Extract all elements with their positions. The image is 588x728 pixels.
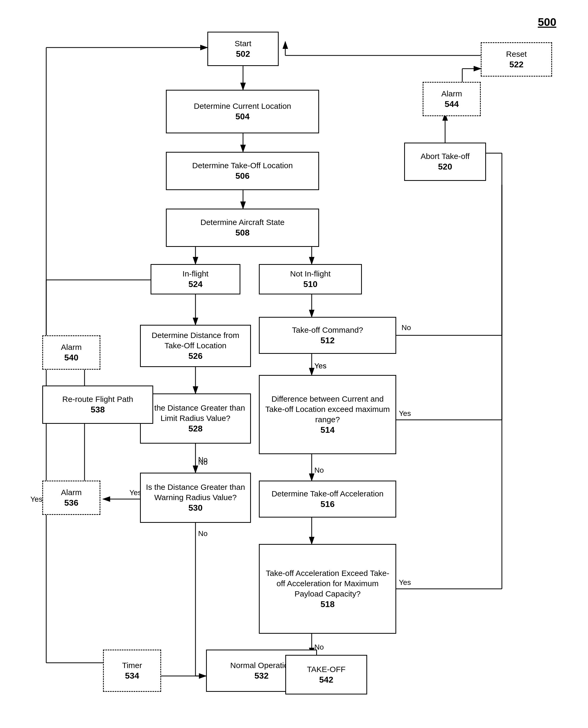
- dgw-id: 530: [188, 502, 202, 514]
- svg-text:Yes: Yes: [314, 362, 327, 370]
- takeoff-label: TAKE-OFF: [307, 664, 345, 675]
- determine-aircraft-state-box: Determine Aircraft State 508: [166, 209, 319, 247]
- dd-id: 526: [188, 351, 202, 362]
- not-inflight-box: Not In-flight 510: [259, 264, 362, 295]
- dtl-id: 506: [235, 171, 249, 182]
- at-label: Abort Take-off: [421, 151, 470, 161]
- determine-current-location-box: Determine Current Location 504: [166, 90, 319, 133]
- alarm540-id: 540: [64, 352, 78, 363]
- reset-box: Reset 522: [481, 42, 552, 77]
- timer-label: Timer: [122, 660, 142, 670]
- svg-text:No: No: [198, 455, 208, 464]
- alarm540-label: Alarm: [61, 342, 82, 352]
- dta-label: Determine Take-off Acceleration: [272, 489, 383, 499]
- alarm-536-box: Alarm 536: [42, 480, 100, 515]
- svg-text:No: No: [401, 323, 411, 331]
- dgw-label: Is the Distance Greater than Warning Rad…: [145, 482, 247, 502]
- determine-distance-box: Determine Distance from Take-Off Locatio…: [140, 325, 251, 367]
- svg-text:No: No: [198, 458, 208, 466]
- das-label: Determine Aircraft State: [201, 217, 285, 227]
- nif-id: 510: [303, 279, 317, 290]
- tc-id: 512: [320, 335, 334, 346]
- distance-greater-limit-box: Is the Distance Greater than Limit Radiu…: [140, 393, 251, 444]
- timer-box: Timer 534: [103, 649, 161, 692]
- reroute-id: 538: [90, 404, 105, 415]
- reroute-label: Re-route Flight Path: [62, 394, 133, 404]
- no-id: 532: [254, 670, 268, 682]
- takeoff-command-box: Take-off Command? 512: [259, 317, 396, 354]
- dl-label: Difference between Current and Take-off …: [264, 394, 392, 425]
- alarm536-id: 536: [64, 497, 78, 509]
- svg-text:No: No: [314, 466, 324, 474]
- takeoff-box: TAKE-OFF 542: [285, 655, 367, 694]
- takeoff-id: 542: [319, 675, 333, 685]
- svg-text:Yes: Yes: [30, 495, 43, 503]
- svg-text:Yes: Yes: [314, 362, 327, 370]
- alarm544-id: 544: [445, 99, 459, 110]
- difference-location-box: Difference between Current and Take-off …: [259, 375, 396, 454]
- inflight-box: In-flight 524: [151, 264, 240, 295]
- alarm-544-box: Alarm 544: [423, 82, 481, 116]
- reset-id: 522: [509, 59, 523, 70]
- dl-id: 514: [320, 425, 334, 436]
- reroute-box: Re-route Flight Path 538: [42, 386, 153, 424]
- alarm-540-box: Alarm 540: [42, 335, 100, 370]
- start-box: Start 502: [207, 32, 279, 66]
- svg-text:Yes: Yes: [399, 578, 411, 586]
- no-label: Normal Operation: [230, 660, 293, 670]
- start-id: 502: [236, 48, 250, 60]
- dgl-label: Is the Distance Greater than Limit Radiu…: [145, 403, 247, 423]
- inflight-id: 524: [188, 279, 202, 290]
- determine-takeoff-accel-box: Determine Take-off Acceleration 516: [259, 480, 396, 517]
- das-id: 508: [235, 227, 249, 238]
- distance-greater-warning-box: Is the Distance Greater than Warning Rad…: [140, 473, 251, 523]
- dtl-label: Determine Take-Off Location: [192, 160, 293, 171]
- diagram-number: 500: [538, 16, 556, 28]
- start-label: Start: [235, 38, 251, 48]
- tae-id: 518: [320, 599, 334, 610]
- tc-label: Take-off Command?: [292, 325, 363, 335]
- dd-label: Determine Distance from Take-Off Locatio…: [145, 330, 247, 351]
- dcl-id: 504: [235, 111, 249, 122]
- svg-text:No: No: [198, 530, 208, 538]
- determine-takeoff-location-box: Determine Take-Off Location 506: [166, 152, 319, 190]
- svg-text:Yes: Yes: [129, 489, 142, 497]
- dta-id: 516: [320, 499, 334, 510]
- inflight-label: In-flight: [183, 269, 208, 279]
- reset-label: Reset: [506, 49, 527, 59]
- svg-text:Yes: Yes: [399, 409, 411, 417]
- abort-takeoff-box: Abort Take-off 520: [404, 143, 486, 181]
- nif-label: Not In-flight: [290, 269, 331, 279]
- takeoff-accel-exceed-box: Take-off Acceleration Exceed Take-off Ac…: [259, 544, 396, 634]
- tae-label: Take-off Acceleration Exceed Take-off Ac…: [264, 568, 392, 599]
- timer-id: 534: [125, 670, 139, 682]
- alarm544-label: Alarm: [441, 88, 462, 99]
- alarm536-label: Alarm: [61, 487, 82, 497]
- dgl-id: 528: [188, 423, 202, 434]
- at-id: 520: [438, 161, 452, 172]
- flowchart-diagram: 500 No Yes Yes: [0, 0, 588, 728]
- dcl-label: Determine Current Location: [194, 101, 291, 111]
